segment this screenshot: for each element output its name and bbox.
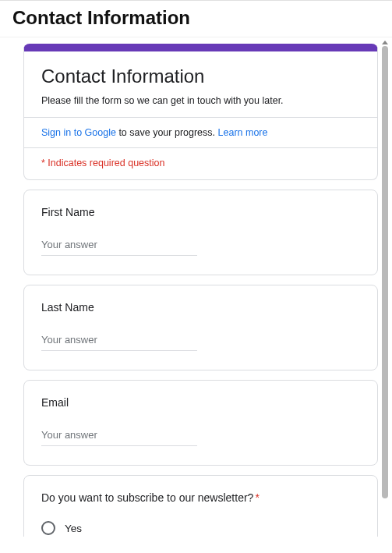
scroll-up-icon — [382, 41, 388, 44]
first-name-label: First Name — [41, 206, 360, 218]
radio-icon — [41, 521, 55, 535]
learn-more-link[interactable]: Learn more — [218, 127, 268, 138]
question-newsletter: Do you want to subscribe to our newslett… — [23, 475, 378, 537]
question-last-name: Last Name — [23, 285, 378, 370]
page-header: Contact Information — [0, 0, 392, 37]
form-scroll-region: Contact Information Please fill the form… — [0, 37, 392, 537]
form-title: Contact Information — [41, 66, 360, 87]
signin-link[interactable]: Sign in to Google — [41, 127, 116, 138]
required-asterisk: * — [255, 491, 259, 504]
newsletter-label: Do you want to subscribe to our newslett… — [41, 491, 360, 504]
form-header-card: Contact Information Please fill the form… — [23, 44, 378, 180]
first-name-input[interactable] — [41, 236, 197, 256]
newsletter-yes-label: Yes — [65, 523, 82, 534]
question-first-name: First Name — [23, 190, 378, 275]
scrollbar-thumb[interactable] — [382, 46, 388, 498]
signin-row: Sign in to Google to save your progress.… — [24, 117, 377, 147]
required-notice: * Indicates required question — [24, 147, 377, 179]
email-input[interactable] — [41, 426, 197, 446]
newsletter-option-yes[interactable]: Yes — [41, 521, 360, 535]
page-title: Contact Information — [12, 7, 380, 29]
email-label: Email — [41, 396, 360, 409]
last-name-input[interactable] — [41, 331, 197, 351]
google-form: Contact Information Please fill the form… — [0, 37, 392, 537]
scrollbar[interactable] — [381, 41, 389, 534]
form-description: Please fill the form so we can get in to… — [41, 95, 360, 106]
question-email: Email — [23, 380, 378, 466]
last-name-label: Last Name — [41, 301, 360, 314]
signin-middle-text: to save your progress. — [116, 127, 218, 138]
